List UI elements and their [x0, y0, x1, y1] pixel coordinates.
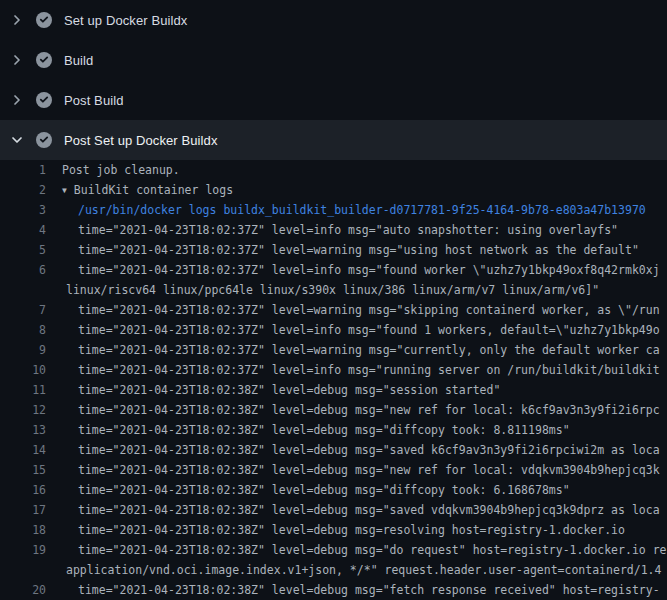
- log-line-text: ▼BuildKit container logs: [62, 180, 233, 201]
- log-line-number[interactable]: 14: [0, 440, 46, 460]
- log-line: 10 time="2021-04-23T18:02:37Z" level=inf…: [0, 360, 667, 380]
- log-line-text: time="2021-04-23T18:02:38Z" level=debug …: [78, 500, 660, 520]
- check-circle-icon: [36, 92, 52, 108]
- log-line-number[interactable]: 12: [0, 400, 46, 420]
- log-group-toggle-icon[interactable]: ▼: [62, 181, 67, 201]
- log-line: 8 time="2021-04-23T18:02:37Z" level=info…: [0, 320, 667, 340]
- log-line-number[interactable]: 13: [0, 420, 46, 440]
- log-line-number[interactable]: 18: [0, 520, 46, 540]
- log-line-number[interactable]: 6: [0, 260, 46, 280]
- check-circle-icon: [36, 52, 52, 68]
- log-line: 15 time="2021-04-23T18:02:38Z" level=deb…: [0, 460, 667, 480]
- log-line-text: time="2021-04-23T18:02:38Z" level=debug …: [78, 440, 660, 460]
- log-line: 3 /usr/bin/docker logs buildx_buildkit_b…: [0, 200, 667, 220]
- step-label: Build: [64, 53, 93, 68]
- log-line-text: /usr/bin/docker logs buildx_buildkit_bui…: [78, 200, 646, 220]
- log-line-text: time="2021-04-23T18:02:38Z" level=debug …: [78, 580, 660, 600]
- log-line: linux/riscv64 linux/ppc64le linux/s390x …: [0, 280, 667, 300]
- log-content: 1 Post job cleanup. 2 ▼BuildKit containe…: [0, 160, 667, 600]
- log-line-number[interactable]: 4: [0, 220, 46, 240]
- log-line: 2 ▼BuildKit container logs: [0, 180, 667, 200]
- check-circle-icon: [36, 12, 52, 28]
- log-line: 16 time="2021-04-23T18:02:38Z" level=deb…: [0, 480, 667, 500]
- log-line-text: time="2021-04-23T18:02:38Z" level=debug …: [78, 400, 660, 420]
- log-line: 19 time="2021-04-23T18:02:38Z" level=deb…: [0, 540, 667, 560]
- log-line-number[interactable]: 10: [0, 360, 46, 380]
- actions-log-viewer: Set up Docker Buildx Build P: [0, 0, 667, 600]
- chevron-down-icon: [9, 132, 25, 148]
- log-line-number[interactable]: 16: [0, 480, 46, 500]
- log-line-text: time="2021-04-23T18:02:38Z" level=debug …: [78, 460, 660, 480]
- log-line-text: time="2021-04-23T18:02:38Z" level=debug …: [78, 420, 570, 440]
- log-line-number[interactable]: 8: [0, 320, 46, 340]
- step-label: Set up Docker Buildx: [64, 13, 187, 28]
- log-line-text: time="2021-04-23T18:02:37Z" level=warnin…: [78, 340, 660, 360]
- log-line-number[interactable]: 9: [0, 340, 46, 360]
- log-line-text: time="2021-04-23T18:02:37Z" level=info m…: [78, 320, 660, 340]
- chevron-right-icon: [9, 92, 25, 108]
- log-line: 20 time="2021-04-23T18:02:38Z" level=deb…: [0, 580, 667, 600]
- log-line-number[interactable]: 15: [0, 460, 46, 480]
- log-line-text: application/vnd.oci.image.index.v1+json,…: [66, 560, 661, 580]
- step-header-1[interactable]: Build: [0, 40, 667, 80]
- log-line: 7 time="2021-04-23T18:02:37Z" level=warn…: [0, 300, 667, 320]
- log-line: 12 time="2021-04-23T18:02:38Z" level=deb…: [0, 400, 667, 420]
- log-line-text: time="2021-04-23T18:02:37Z" level=info m…: [78, 220, 618, 240]
- log-line: 14 time="2021-04-23T18:02:38Z" level=deb…: [0, 440, 667, 460]
- log-line-text: time="2021-04-23T18:02:37Z" level=warnin…: [78, 300, 660, 320]
- log-line: 6 time="2021-04-23T18:02:37Z" level=info…: [0, 260, 667, 280]
- log-line-text: time="2021-04-23T18:02:37Z" level=warnin…: [78, 240, 639, 260]
- log-line-text: Post job cleanup.: [62, 160, 180, 180]
- log-line: 13 time="2021-04-23T18:02:38Z" level=deb…: [0, 420, 667, 440]
- log-line-text: linux/riscv64 linux/ppc64le linux/s390x …: [66, 280, 599, 300]
- log-line: 9 time="2021-04-23T18:02:37Z" level=warn…: [0, 340, 667, 360]
- chevron-right-icon: [9, 12, 25, 28]
- log-line-number[interactable]: 11: [0, 380, 46, 400]
- log-line-number[interactable]: 19: [0, 540, 46, 560]
- log-line-number[interactable]: 17: [0, 500, 46, 520]
- log-line: 11 time="2021-04-23T18:02:38Z" level=deb…: [0, 380, 667, 400]
- log-line-text: time="2021-04-23T18:02:38Z" level=debug …: [78, 520, 625, 540]
- log-line-text: time="2021-04-23T18:02:37Z" level=info m…: [78, 260, 660, 280]
- log-line-text: time="2021-04-23T18:02:37Z" level=info m…: [78, 360, 660, 380]
- log-line-text: time="2021-04-23T18:02:38Z" level=debug …: [78, 540, 667, 560]
- step-label: Post Build: [64, 93, 124, 108]
- steps-list: Set up Docker Buildx Build P: [0, 0, 667, 160]
- chevron-right-icon: [9, 52, 25, 68]
- log-line-number[interactable]: 3: [0, 200, 46, 220]
- log-line: 4 time="2021-04-23T18:02:37Z" level=info…: [0, 220, 667, 240]
- log-line-number[interactable]: 1: [0, 160, 46, 180]
- log-line-number[interactable]: 5: [0, 240, 46, 260]
- log-line-text: time="2021-04-23T18:02:38Z" level=debug …: [78, 480, 570, 500]
- step-header-0[interactable]: Set up Docker Buildx: [0, 0, 667, 40]
- step-header-2[interactable]: Post Build: [0, 80, 667, 120]
- log-line: 18 time="2021-04-23T18:02:38Z" level=deb…: [0, 520, 667, 540]
- log-line: 5 time="2021-04-23T18:02:37Z" level=warn…: [0, 240, 667, 260]
- log-line-text: time="2021-04-23T18:02:38Z" level=debug …: [78, 380, 500, 400]
- log-line-number[interactable]: 20: [0, 580, 46, 600]
- check-circle-icon: [36, 132, 52, 148]
- log-line: 17 time="2021-04-23T18:02:38Z" level=deb…: [0, 500, 667, 520]
- log-line-number[interactable]: 2: [0, 180, 46, 200]
- step-label: Post Set up Docker Buildx: [64, 133, 218, 148]
- log-line: application/vnd.oci.image.index.v1+json,…: [0, 560, 667, 580]
- log-line-number[interactable]: 7: [0, 300, 46, 320]
- log-line: 1 Post job cleanup.: [0, 160, 667, 180]
- step-header-3[interactable]: Post Set up Docker Buildx: [0, 120, 667, 160]
